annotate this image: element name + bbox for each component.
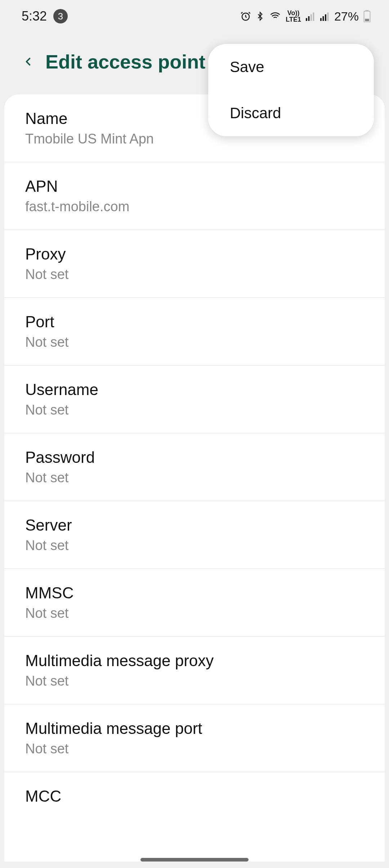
- bluetooth-icon: [255, 11, 265, 22]
- back-icon[interactable]: [22, 52, 35, 71]
- signal-icon-2: [320, 12, 330, 21]
- svg-rect-5: [320, 18, 322, 21]
- item-value: Not set: [25, 267, 364, 282]
- alarm-icon: [240, 11, 251, 22]
- item-value: Not set: [25, 470, 364, 486]
- status-right: Vo)) LTE1 27%: [240, 9, 371, 23]
- list-item-apn[interactable]: APN fast.t-mobile.com: [4, 162, 385, 230]
- status-left: 5:32 3: [22, 9, 68, 24]
- menu-item-save[interactable]: Save: [208, 44, 374, 90]
- item-value: fast.t-mobile.com: [25, 199, 364, 214]
- navigation-pill[interactable]: [140, 858, 249, 862]
- battery-icon: [363, 10, 371, 22]
- item-label: MCC: [25, 787, 364, 805]
- item-label: MMSC: [25, 584, 364, 602]
- item-value: Not set: [25, 606, 364, 621]
- item-label: Multimedia message port: [25, 719, 364, 738]
- item-label: Username: [25, 381, 364, 399]
- notification-count-badge: 3: [53, 9, 68, 23]
- item-label: Server: [25, 516, 364, 534]
- item-value: Not set: [25, 402, 364, 418]
- list-item-mcc[interactable]: MCC: [4, 772, 385, 820]
- svg-rect-2: [308, 16, 309, 21]
- item-label: Password: [25, 448, 364, 466]
- svg-rect-4: [313, 13, 314, 21]
- svg-rect-6: [322, 16, 324, 21]
- wifi-icon: [269, 11, 281, 22]
- page-title: Edit access point: [45, 50, 205, 73]
- list-item-username[interactable]: Username Not set: [4, 366, 385, 433]
- list-item-server[interactable]: Server Not set: [4, 501, 385, 569]
- menu-item-discard[interactable]: Discard: [208, 90, 374, 136]
- signal-icon-1: [305, 12, 316, 21]
- list-item-password[interactable]: Password Not set: [4, 433, 385, 501]
- status-bar: 5:32 3 Vo)) LTE1 27%: [0, 0, 389, 32]
- item-label: Port: [25, 313, 364, 331]
- list-item-mmsc[interactable]: MMSC Not set: [4, 569, 385, 637]
- list-item-mms-port[interactable]: Multimedia message port Not set: [4, 704, 385, 772]
- svg-rect-1: [306, 18, 307, 21]
- svg-rect-3: [310, 14, 312, 21]
- svg-rect-11: [365, 19, 369, 21]
- item-value: Not set: [25, 538, 364, 553]
- list-item-proxy[interactable]: Proxy Not set: [4, 230, 385, 298]
- list-item-mms-proxy[interactable]: Multimedia message proxy Not set: [4, 637, 385, 704]
- item-value: Not set: [25, 673, 364, 689]
- settings-list: Name Tmobile US Mint Apn APN fast.t-mobi…: [4, 94, 385, 862]
- lte-indicator: Vo)) LTE1: [286, 10, 301, 23]
- svg-rect-8: [327, 13, 328, 21]
- item-value: Not set: [25, 741, 364, 757]
- item-value: Not set: [25, 335, 364, 350]
- item-label: APN: [25, 177, 364, 195]
- overflow-menu: Save Discard: [208, 44, 374, 136]
- svg-rect-7: [325, 14, 326, 21]
- item-label: Proxy: [25, 245, 364, 263]
- battery-percent: 27%: [334, 9, 359, 23]
- list-item-port[interactable]: Port Not set: [4, 298, 385, 366]
- status-time: 5:32: [22, 9, 47, 24]
- item-label: Multimedia message proxy: [25, 652, 364, 670]
